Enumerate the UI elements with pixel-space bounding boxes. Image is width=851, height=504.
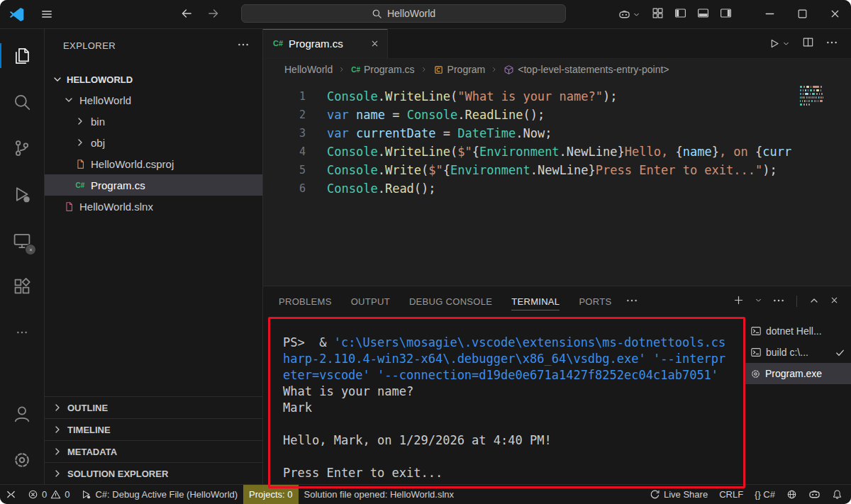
- status-problems[interactable]: 00: [22, 485, 75, 504]
- code-line-4[interactable]: 4Console.WriteLine($"{Environment.NewLin…: [263, 142, 851, 161]
- code-line-2[interactable]: 2var name = Console.ReadLine();: [263, 106, 851, 124]
- maximize-icon: [796, 8, 808, 20]
- separator: [796, 296, 797, 307]
- code-line-6[interactable]: 6Console.Read();: [263, 179, 851, 198]
- terminal-profile-dropdown[interactable]: [754, 296, 763, 307]
- status-projects-count[interactable]: Projects: 0: [243, 485, 298, 504]
- tree-item-obj[interactable]: obj: [45, 132, 262, 153]
- explorer-sidebar: EXPLORER HELLOWORLD HelloWorldbinobjHell…: [45, 28, 263, 484]
- terminal-item-program-exe[interactable]: Program.exe: [745, 363, 851, 384]
- panel-tab-ports[interactable]: PORTS: [579, 286, 611, 316]
- maximize-button[interactable]: [786, 0, 818, 28]
- terminal-item-label: dotnet Hell...: [766, 325, 822, 337]
- activity-remote-explorer[interactable]: [0, 217, 44, 263]
- code-line-3[interactable]: 3var currentDate = DateTime.Now;: [263, 124, 851, 142]
- activity-more-views[interactable]: [0, 309, 44, 355]
- explorer-actions-button[interactable]: [237, 38, 250, 53]
- panel-header: PROBLEMSOUTPUTDEBUG CONSOLETERMINALPORTS: [263, 286, 851, 316]
- code-editor[interactable]: 1Console.WriteLine("What is your name?")…: [263, 80, 851, 286]
- panel-tab-terminal[interactable]: TERMINAL: [511, 286, 560, 316]
- terminal-item-build-c[interactable]: build c:\...: [745, 342, 851, 363]
- section-solution-explorer[interactable]: SOLUTION EXPLORER: [45, 462, 262, 484]
- new-terminal-button[interactable]: [733, 294, 745, 308]
- maximize-panel-button[interactable]: [808, 295, 820, 308]
- activity-search[interactable]: [0, 79, 44, 125]
- activity-run-and-debug[interactable]: [0, 171, 44, 217]
- close-icon: [829, 295, 840, 306]
- error-badge-icon: [25, 244, 36, 255]
- breadcrumb-program-cs[interactable]: C#Program.cs: [351, 64, 414, 75]
- status-notifications[interactable]: [826, 485, 848, 504]
- terminal-line: [283, 416, 745, 432]
- menu-icon: [40, 8, 53, 21]
- activity-settings[interactable]: [0, 437, 44, 483]
- more-actions-icon: [237, 38, 250, 51]
- menu-button[interactable]: [36, 4, 57, 25]
- copilot-icon: [618, 9, 630, 21]
- chev-down-icon: [63, 94, 74, 106]
- tab-bar: C# Program.cs: [263, 28, 851, 59]
- section-metadata[interactable]: METADATA: [45, 440, 262, 462]
- panel-tab-problems[interactable]: PROBLEMS: [279, 286, 332, 316]
- section-label: TIMELINE: [67, 425, 111, 435]
- file-sln-icon: [63, 201, 74, 212]
- section-label: SOLUTION EXPLORER: [67, 469, 168, 479]
- status-eol-crlf[interactable]: CRLF: [713, 485, 749, 504]
- tree-item-program-cs[interactable]: C#Program.cs: [45, 174, 262, 196]
- split-editor-button[interactable]: [802, 36, 814, 50]
- status-live-share[interactable]: Live Share: [644, 485, 713, 504]
- editor-more-actions-button[interactable]: [825, 36, 838, 51]
- minimize-button[interactable]: [753, 0, 786, 28]
- chevron-up-icon: [808, 295, 820, 306]
- tab-program-cs[interactable]: C# Program.cs: [263, 28, 388, 58]
- activity-accounts[interactable]: [0, 391, 44, 437]
- terminal-line: What is your name?: [283, 383, 745, 400]
- close-panel-button[interactable]: [829, 295, 840, 308]
- activity-extensions[interactable]: [0, 263, 44, 309]
- section-outline[interactable]: OUTLINE: [45, 396, 262, 418]
- status-copilot-status[interactable]: [803, 485, 826, 504]
- search-value: HelloWorld: [387, 8, 435, 19]
- status-csharp-debug-status[interactable]: C#: Debug Active File (HelloWorld): [75, 485, 243, 504]
- editor-actions: [768, 28, 851, 58]
- tree-item-bin[interactable]: bin: [45, 111, 262, 132]
- tree-item-helloworld[interactable]: HelloWorld: [45, 89, 262, 111]
- status-globe[interactable]: [781, 485, 803, 504]
- close-tab-icon[interactable]: [369, 38, 380, 49]
- code-line-1[interactable]: 1Console.WriteLine("What is your name?")…: [263, 87, 851, 106]
- status-remote-indicator[interactable]: [0, 485, 22, 504]
- workspace-root[interactable]: HELLOWORLD: [45, 69, 262, 89]
- activity-bar: [0, 28, 45, 484]
- toggle-primary-sidebar-button[interactable]: [674, 7, 686, 21]
- toggle-panel-button[interactable]: [697, 7, 709, 21]
- minimap[interactable]: [800, 86, 824, 107]
- panel-tab-debug-console[interactable]: DEBUG CONSOLE: [409, 286, 492, 316]
- go-forward-button[interactable]: [207, 7, 220, 22]
- go-back-button[interactable]: [180, 7, 193, 22]
- close-window-button[interactable]: [818, 0, 851, 28]
- activity-source-control[interactable]: [0, 125, 44, 171]
- code-line-5[interactable]: 5Console.Write($"{Environment.NewLine}Pr…: [263, 161, 851, 179]
- sidebar-header: EXPLORER: [45, 28, 262, 62]
- toggle-secondary-sidebar-button[interactable]: [720, 7, 732, 21]
- customize-layout-button[interactable]: [652, 7, 664, 21]
- command-center-search[interactable]: HelloWorld: [241, 4, 566, 23]
- status-solution-status[interactable]: Solution file opened: HelloWorld.slnx: [299, 485, 460, 504]
- terminal-output[interactable]: PS> & 'c:\Users\mosagie\.vscode\extensio…: [263, 316, 745, 484]
- panel-more-actions-button[interactable]: [772, 294, 785, 309]
- status-language-mode[interactable]: {} C#: [749, 485, 781, 504]
- terminal-item-dotnet-hell[interactable]: dotnet Hell...: [745, 320, 851, 342]
- more-panel-tabs-button[interactable]: [625, 294, 638, 309]
- copilot-chat-button[interactable]: [618, 9, 641, 21]
- line-number: 2: [263, 106, 306, 124]
- breadcrumb-top-level-statements-entry-point[interactable]: <top-level-statements-entry-point>: [504, 64, 669, 75]
- breadcrumb-program[interactable]: Program: [433, 64, 486, 75]
- panel-tab-output[interactable]: OUTPUT: [351, 286, 390, 316]
- activity-explorer[interactable]: [0, 33, 44, 79]
- plus-icon: [733, 294, 745, 306]
- tree-item-helloworld-csproj[interactable]: HelloWorld.csproj: [45, 153, 262, 174]
- run-button[interactable]: [768, 38, 791, 50]
- breadcrumb-helloworld[interactable]: HelloWorld: [284, 64, 333, 75]
- section-timeline[interactable]: TIMELINE: [45, 418, 262, 440]
- tree-item-helloworld-slnx[interactable]: HelloWorld.slnx: [45, 196, 262, 217]
